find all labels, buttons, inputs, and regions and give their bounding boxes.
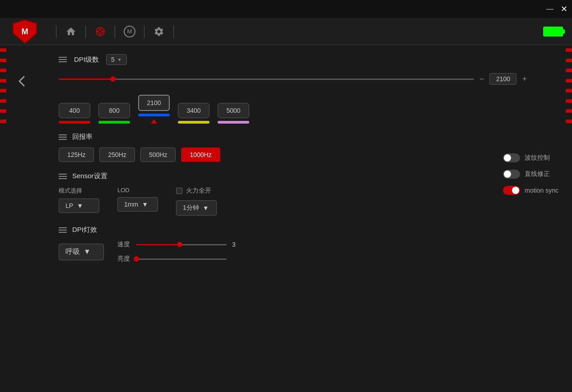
hz-250-button[interactable]: 250Hz	[99, 148, 135, 162]
speed-slider-fill	[136, 244, 180, 245]
nav-items: M	[50, 23, 297, 40]
nav-gear-icon[interactable]	[151, 23, 167, 40]
close-button[interactable]: ✕	[561, 4, 567, 14]
dpi-color-bar-3400	[178, 121, 209, 124]
chevron-down-icon: ▼	[117, 57, 122, 62]
straight-toggle[interactable]	[503, 170, 520, 179]
firepower-checkbox[interactable]	[176, 188, 182, 194]
dpi-preset-400[interactable]: 400	[59, 103, 90, 124]
dpi-preset-5000[interactable]: 5000	[218, 103, 249, 124]
dpi-preset-value-400: 400	[59, 103, 90, 118]
light-header: DPI灯效	[59, 226, 527, 234]
dpi-minus-button[interactable]: −	[479, 74, 484, 84]
header: M M	[0, 18, 572, 45]
dpi-color-bar-2100	[138, 114, 170, 116]
wave-toggle-row: 波纹控制	[503, 153, 558, 162]
battery-indicator	[543, 27, 563, 37]
sensor-header: Sensor设置	[59, 172, 527, 180]
hz-buttons: 125Hz 250Hz 500Hz 1000Hz	[59, 148, 527, 162]
speed-value: 3	[232, 241, 241, 248]
dpi-preset-value-3400: 3400	[178, 103, 209, 118]
straight-toggle-label: 直线修正	[525, 170, 550, 178]
brightness-label: 亮度	[117, 255, 131, 263]
section-icon-dpi	[59, 57, 67, 62]
dpi-preset-value-800: 800	[98, 103, 130, 118]
dpi-color-bar-5000	[218, 121, 249, 124]
light-sliders: 速度 3 亮度	[117, 240, 241, 263]
dpi-preset-value-5000: 5000	[218, 103, 249, 118]
lod-group: LOD 1mm ▼	[117, 187, 158, 212]
dpi-section: DPI级数 5 ▼ − 2100 + 400 800	[59, 54, 527, 124]
mode-group: 模式选择 LP ▼	[59, 187, 99, 213]
titlebar: — ✕	[0, 0, 572, 18]
motion-sync-toggle-row: motion sync	[503, 186, 558, 195]
nav-target-icon[interactable]	[92, 23, 108, 40]
light-title: DPI灯效	[72, 226, 97, 234]
straight-toggle-knob	[504, 171, 511, 178]
mode-value: LP	[65, 202, 73, 209]
dpi-preset-3400[interactable]: 3400	[178, 103, 209, 124]
dpi-value-display[interactable]: 2100	[489, 73, 516, 85]
lod-label: LOD	[117, 187, 158, 194]
section-icon-report	[59, 134, 67, 140]
speed-slider-track[interactable]	[136, 244, 227, 245]
report-header: 回报率	[59, 133, 527, 141]
dpi-preset-2100[interactable]: 2100	[138, 95, 170, 124]
right-decoration	[566, 45, 572, 126]
timeout-value: 1分钟	[183, 204, 199, 212]
wave-toggle-knob	[504, 154, 511, 161]
brightness-slider-thumb[interactable]	[134, 256, 139, 262]
back-button[interactable]	[11, 70, 33, 92]
wave-toggle-label: 波纹控制	[525, 154, 550, 162]
section-icon-light	[59, 227, 67, 233]
effect-chevron: ▼	[84, 248, 91, 256]
timeout-select[interactable]: 1分钟 ▼	[176, 200, 217, 216]
report-title: 回报率	[72, 133, 93, 141]
nav-home-icon[interactable]	[63, 23, 79, 40]
dpi-slider-row: − 2100 +	[59, 73, 527, 85]
wave-toggle[interactable]	[503, 153, 520, 162]
svg-text:M: M	[22, 27, 28, 36]
brightness-slider-row: 亮度	[117, 255, 241, 263]
light-controls: 呼吸 ▼ 速度 3 亮度	[59, 240, 527, 263]
hz-500-button[interactable]: 500Hz	[140, 148, 176, 162]
nav-m-icon[interactable]: M	[121, 23, 138, 40]
brightness-slider-track[interactable]	[136, 258, 227, 260]
sensor-controls: 模式选择 LP ▼ LOD 1mm ▼ 火力全开 1分钟	[59, 187, 527, 216]
dpi-level-select[interactable]: 5 ▼	[106, 54, 127, 65]
firepower-row: 火力全开	[176, 187, 217, 195]
effect-select[interactable]: 呼吸 ▼	[59, 244, 104, 260]
speed-slider-row: 速度 3	[117, 240, 241, 249]
nav-separator-4	[144, 25, 144, 38]
dpi-presets: 400 800 2100 3400 5000	[59, 95, 527, 124]
speed-slider-thumb[interactable]	[177, 242, 182, 247]
dpi-title: DPI级数	[74, 55, 99, 64]
speed-label: 速度	[117, 240, 131, 249]
lod-select[interactable]: 1mm ▼	[117, 197, 158, 212]
motion-sync-toggle[interactable]	[503, 186, 520, 195]
motion-sync-toggle-label: motion sync	[525, 187, 558, 194]
hz-125-button[interactable]: 125Hz	[59, 148, 94, 162]
mode-chevron: ▼	[77, 202, 83, 209]
firepower-label: 火力全开	[186, 187, 211, 195]
dpi-preset-indicator	[151, 119, 157, 124]
dpi-slider-track[interactable]	[59, 78, 474, 80]
dpi-header: DPI级数 5 ▼	[59, 54, 527, 65]
dpi-slider-thumb[interactable]	[110, 76, 116, 82]
mode-select[interactable]: LP ▼	[59, 198, 99, 213]
straight-toggle-row: 直线修正	[503, 170, 558, 179]
dpi-preset-800[interactable]: 800	[98, 103, 130, 124]
svg-point-3	[98, 30, 102, 33]
dpi-plus-button[interactable]: +	[522, 74, 527, 84]
lod-chevron: ▼	[142, 201, 148, 208]
sensor-section: Sensor设置 模式选择 LP ▼ LOD 1mm ▼ 火力全开	[59, 172, 527, 216]
nav-separator-2	[85, 25, 86, 38]
dpi-color-bar-400	[59, 121, 90, 124]
report-section: 回报率 125Hz 250Hz 500Hz 1000Hz	[59, 133, 527, 162]
minimize-button[interactable]: —	[546, 5, 553, 13]
hz-1000-button[interactable]: 1000Hz	[181, 148, 220, 162]
firepower-group: 火力全开 1分钟 ▼	[176, 187, 217, 216]
mode-label: 模式选择	[59, 187, 99, 195]
main-content: DPI级数 5 ▼ − 2100 + 400 800	[45, 45, 536, 387]
nav-separator-5	[173, 25, 174, 38]
